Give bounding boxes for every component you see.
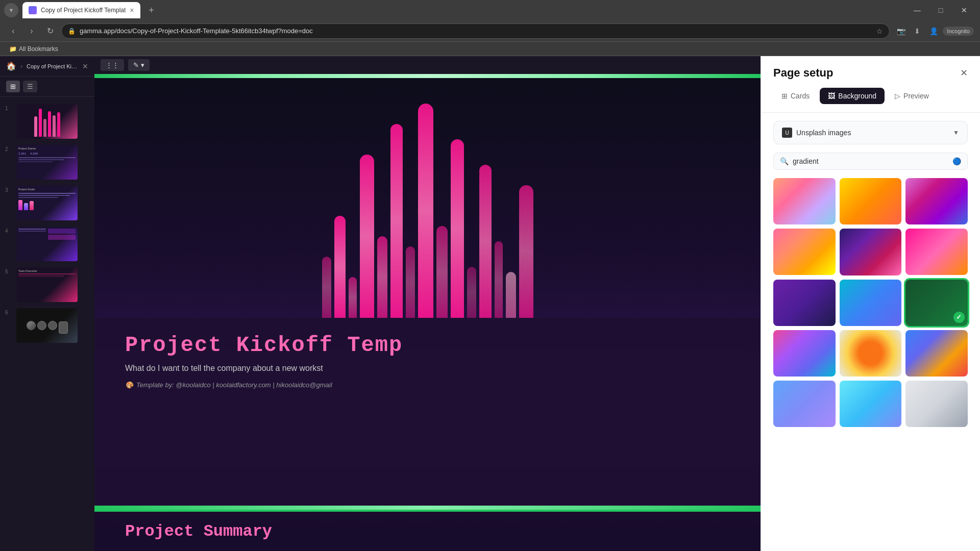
tab-title: Copy of Project Kickoff Templat <box>41 7 126 14</box>
next-slide-preview: Project Summary <box>94 510 761 551</box>
refresh-btn[interactable]: ↻ <box>43 24 57 38</box>
tab-preview[interactable]: ▷ Preview <box>887 88 937 104</box>
profile-icon[interactable]: 👤 <box>926 24 941 38</box>
gradient-card[interactable] <box>773 330 836 377</box>
url-text: gamma.app/docs/Copy-of-Project-Kickoff-T… <box>80 27 872 35</box>
gradient-card[interactable] <box>840 330 902 377</box>
bookmark-star-icon[interactable]: ☆ <box>876 27 883 35</box>
slide-number: 6 <box>5 308 12 315</box>
credit-text: Template by: @koolaidco | koolaidfactory… <box>136 381 332 389</box>
tab-background[interactable]: 🖼 Background <box>820 88 885 104</box>
tab-favicon <box>29 6 37 14</box>
unsplash-icon: U <box>782 128 792 138</box>
source-selector[interactable]: U Unsplash images ▼ <box>773 121 968 144</box>
gradient-card[interactable] <box>905 178 968 224</box>
new-tab-btn[interactable]: + <box>144 3 159 17</box>
search-clear-btn[interactable]: 🔵 <box>952 157 961 165</box>
options-btn[interactable]: ⋮⋮ <box>101 59 124 71</box>
browser-titlebar: ▼ Copy of Project Kickoff Templat × + — … <box>0 0 980 20</box>
selected-checkmark: ✓ <box>953 312 965 323</box>
forward-btn[interactable]: › <box>24 24 39 38</box>
tab-cards-label: Cards <box>791 92 810 100</box>
camera-icon[interactable]: 📷 <box>894 24 908 38</box>
gradient-card[interactable] <box>840 280 902 326</box>
slide-item[interactable]: 1 <box>0 101 94 142</box>
bookmark-folder-icon[interactable]: 📁 All Bookmarks <box>6 44 61 54</box>
slide-item[interactable]: 6 <box>0 305 94 346</box>
slide-number: 4 <box>5 227 12 234</box>
slide-content: Project Kickoff Temp What do I want to t… <box>94 74 761 551</box>
image-icon: 🖼 <box>828 92 835 100</box>
slide-list: 1 2 Project Starter 2,341 4,346 <box>0 97 94 551</box>
slide-number: 5 <box>5 267 12 274</box>
gradient-card[interactable] <box>773 178 836 224</box>
maximize-btn[interactable]: □ <box>929 2 952 18</box>
search-bar[interactable]: 🔍 🔵 <box>773 153 968 170</box>
slide-number: 2 <box>5 145 12 152</box>
search-input[interactable] <box>793 157 948 165</box>
slide-top-bar <box>94 74 761 78</box>
toolbar-actions: 📷 ⬇ 👤 Incognito <box>894 24 974 38</box>
edit-btn[interactable]: ✎ ▾ <box>128 59 150 71</box>
address-bar[interactable]: 🔒 gamma.app/docs/Copy-of-Project-Kickoff… <box>61 23 890 39</box>
panel-body: U Unsplash images ▼ 🔍 🔵 <box>761 113 980 551</box>
slide-subtitle: What do I want to tell the company about… <box>125 364 730 373</box>
main-area: ⋮⋮ ✎ ▾ <box>94 56 761 551</box>
source-label: U Unsplash images <box>782 128 851 138</box>
list-view-btn[interactable]: ☰ <box>23 81 37 92</box>
slide-title: Project Kickoff Temp <box>125 333 730 358</box>
gradient-card[interactable] <box>840 229 902 275</box>
page-setup-panel: Page setup ✕ ⊞ Cards 🖼 Background ▷ Prev… <box>761 56 980 551</box>
gradient-card[interactable] <box>773 381 836 427</box>
slide-thumbnail: Project Starter 2,341 4,346 <box>16 145 78 180</box>
preview-icon: ▷ <box>895 92 900 100</box>
sidebar-doc-title: Copy of Project Kickoff Template <box>27 63 78 69</box>
window-back-btn: ▼ <box>4 3 18 17</box>
gradient-card[interactable] <box>840 381 902 427</box>
download-icon[interactable]: ⬇ <box>910 24 924 38</box>
close-window-btn[interactable]: ✕ <box>952 2 976 18</box>
back-btn[interactable]: ‹ <box>6 24 20 38</box>
minimize-btn[interactable]: — <box>905 2 929 18</box>
slide-number: 3 <box>5 186 12 193</box>
gradient-card[interactable] <box>905 381 968 427</box>
slide-item[interactable]: 2 Project Starter 2,341 4,346 <box>0 142 94 183</box>
cards-icon: ⊞ <box>781 92 788 100</box>
panel-title: Page setup <box>773 66 833 80</box>
slide-hero <box>94 78 761 318</box>
home-btn[interactable]: 🏠 <box>6 61 16 71</box>
gradient-card[interactable] <box>773 280 836 326</box>
tab-preview-label: Preview <box>903 92 929 100</box>
grid-view-btn[interactable]: ⊞ <box>6 81 20 92</box>
active-tab[interactable]: Copy of Project Kickoff Templat × <box>22 2 140 18</box>
bookmarks-bar: 📁 All Bookmarks <box>0 42 980 56</box>
panel-close-btn[interactable]: ✕ <box>960 67 968 79</box>
slide-thumbnail <box>16 308 78 343</box>
tab-cards[interactable]: ⊞ Cards <box>773 88 818 104</box>
gradient-card selected[interactable]: ✓ <box>905 280 968 326</box>
tab-close-btn[interactable]: × <box>130 6 134 14</box>
bookmarks-folder-icon: 📁 <box>9 45 17 53</box>
gradient-card[interactable] <box>905 229 968 275</box>
lock-icon: 🔒 <box>68 28 76 35</box>
slide-number: 1 <box>5 104 12 111</box>
incognito-badge: Incognito <box>943 27 974 36</box>
browser-chrome: ▼ Copy of Project Kickoff Templat × + — … <box>0 0 980 56</box>
source-name: Unsplash images <box>796 129 851 137</box>
sidebar: 🏠 › Copy of Project Kickoff Template ✕ ⊞… <box>0 56 94 551</box>
slide-thumbnail: Team Overview <box>16 267 78 302</box>
close-sidebar-btn[interactable]: ✕ <box>82 62 88 70</box>
gradient-card[interactable] <box>773 229 836 275</box>
gradient-card[interactable] <box>840 178 902 224</box>
gradient-card[interactable] <box>905 330 968 377</box>
bookmarks-label: All Bookmarks <box>19 45 58 53</box>
slide-item[interactable]: 4 <box>0 223 94 264</box>
panel-tabs: ⊞ Cards 🖼 Background ▷ Preview <box>761 80 980 113</box>
main-toolbar: ⋮⋮ ✎ ▾ <box>94 56 761 74</box>
slide-thumbnail: Project Goals <box>16 186 78 220</box>
slide-bottom-bar <box>94 506 761 510</box>
slide-item[interactable]: 3 Project Goals <box>0 183 94 223</box>
image-grid: ✓ <box>773 178 968 427</box>
slide-thumbnail <box>16 104 78 139</box>
slide-item[interactable]: 5 Team Overview <box>0 264 94 305</box>
